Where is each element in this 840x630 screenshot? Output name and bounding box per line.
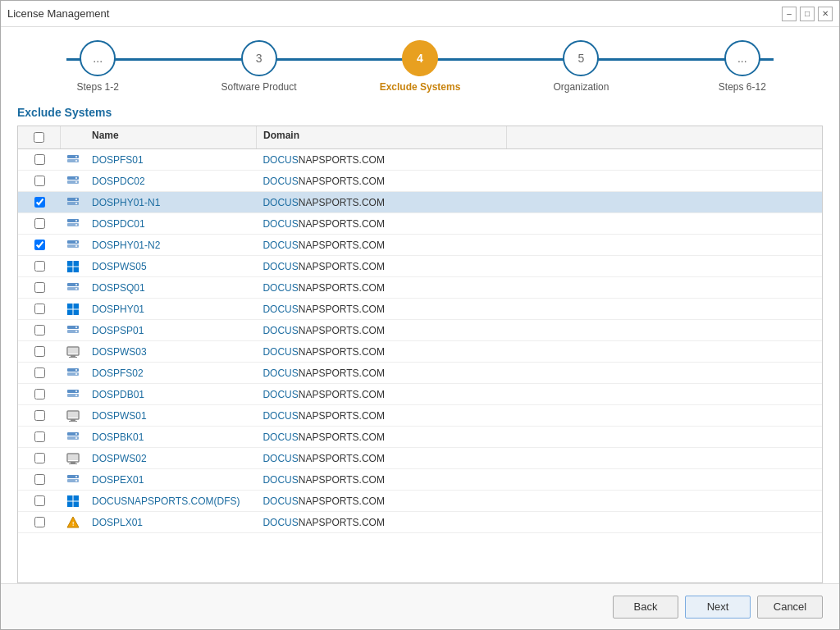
svg-point-18 xyxy=(75,241,77,243)
row-checkbox-container[interactable] xyxy=(18,389,61,399)
row-checkbox-container[interactable] xyxy=(18,431,61,442)
row-name: DOSPWS05 xyxy=(85,258,256,275)
table-row[interactable]: DOSPWS02 DOCUSNAPSPORTS.COM xyxy=(18,448,822,469)
svg-point-11 xyxy=(75,203,77,204)
step-organization[interactable]: 5 Organization xyxy=(500,40,661,93)
table-row[interactable]: DOSPBK01 DOCUSNAPSPORTS.COM xyxy=(18,427,822,448)
row-checkbox-container[interactable] xyxy=(18,474,61,485)
row-checkbox[interactable] xyxy=(34,176,45,186)
step-circle-1: ... xyxy=(80,40,116,76)
table-row[interactable]: DOSPFS01 DOCUSNAPSPORTS.COM xyxy=(18,149,822,171)
table-row[interactable]: DOSPSQ01 DOCUSNAPSPORTS.COM xyxy=(18,277,822,299)
row-checkbox[interactable] xyxy=(34,325,45,336)
row-checkbox-container[interactable] xyxy=(18,346,61,357)
row-checkbox-container[interactable] xyxy=(18,154,61,165)
svg-rect-29 xyxy=(74,304,80,309)
table-row[interactable]: DOSPHY01-N1 DOCUSNAPSPORTS.COM xyxy=(18,192,822,213)
table-row[interactable]: DOSPFS02 DOCUSNAPSPORTS.COM xyxy=(18,363,822,384)
step-circle-4: 5 xyxy=(563,40,599,76)
minimize-button[interactable]: – xyxy=(782,7,797,21)
row-checkbox-container[interactable] xyxy=(18,240,61,250)
table-row[interactable]: DOSPEX01 DOCUSNAPSPORTS.COM xyxy=(18,469,822,491)
row-checkbox[interactable] xyxy=(34,474,45,485)
svg-point-35 xyxy=(75,331,77,332)
row-checkbox[interactable] xyxy=(34,495,45,506)
svg-point-27 xyxy=(75,288,77,290)
row-checkbox-container[interactable] xyxy=(18,218,61,229)
row-checkbox[interactable] xyxy=(34,197,45,208)
row-checkbox-container[interactable] xyxy=(18,282,61,293)
row-checkbox[interactable] xyxy=(34,346,45,357)
row-domain: DOCUSNAPSPORTS.COM xyxy=(256,322,506,339)
row-checkbox-container[interactable] xyxy=(18,368,61,378)
row-checkbox-container[interactable] xyxy=(18,261,61,272)
row-icon xyxy=(61,303,85,316)
row-domain: DOCUSNAPSPORTS.COM xyxy=(256,173,506,189)
row-checkbox-container[interactable] xyxy=(18,410,61,421)
row-checkbox[interactable] xyxy=(34,261,45,272)
row-checkbox-container[interactable] xyxy=(18,197,61,208)
step-label-4: Organization xyxy=(553,81,609,93)
row-icon xyxy=(61,153,85,167)
svg-point-63 xyxy=(75,480,77,482)
table-row[interactable]: DOSPDC01 DOCUSNAPSPORTS.COM xyxy=(18,213,822,235)
row-checkbox-container[interactable] xyxy=(18,304,61,314)
row-checkbox[interactable] xyxy=(34,431,45,442)
svg-rect-21 xyxy=(74,261,80,267)
row-checkbox[interactable] xyxy=(34,368,45,378)
row-icon: ! xyxy=(61,516,85,529)
row-checkbox-container[interactable] xyxy=(18,517,61,527)
row-name: DOSPHY01-N2 xyxy=(85,237,256,253)
table-row[interactable]: DOSPHY01 DOCUSNAPSPORTS.COM xyxy=(18,299,822,320)
table-row[interactable]: DOSPDB01 DOCUSNAPSPORTS.COM xyxy=(18,384,822,405)
svg-rect-66 xyxy=(67,501,73,507)
row-checkbox[interactable] xyxy=(34,282,45,293)
table-row[interactable]: DOSPSP01 DOCUSNAPSPORTS.COM xyxy=(18,320,822,341)
row-name: DOSPHY01 xyxy=(85,301,256,317)
row-checkbox-container[interactable] xyxy=(18,453,61,463)
step-exclude-systems[interactable]: 4 Exclude Systems xyxy=(340,40,500,93)
row-domain: DOCUSNAPSPORTS.COM xyxy=(256,301,506,317)
row-checkbox-container[interactable] xyxy=(18,495,61,506)
row-checkbox[interactable] xyxy=(34,240,45,250)
row-domain: DOCUSNAPSPORTS.COM xyxy=(256,216,506,232)
row-icon xyxy=(61,473,85,486)
table-row[interactable]: DOSPWS01 DOCUSNAPSPORTS.COM xyxy=(18,405,822,427)
svg-rect-65 xyxy=(74,495,80,501)
window-title: License Management xyxy=(7,7,109,20)
table-row[interactable]: DOSPWS03 DOCUSNAPSPORTS.COM xyxy=(18,341,822,363)
svg-rect-58 xyxy=(69,463,77,464)
window-controls: – □ ✕ xyxy=(782,7,833,21)
row-checkbox[interactable] xyxy=(34,304,45,314)
table-row[interactable]: DOCUSNAPSPORTS.COM(DFS) DOCUSNAPSPORTS.C… xyxy=(18,491,822,512)
step-software-product[interactable]: 3 Software Product xyxy=(178,40,339,93)
step-steps-1-2[interactable]: ... Steps 1-2 xyxy=(17,40,178,93)
cancel-button[interactable]: Cancel xyxy=(757,596,823,619)
row-name: DOSPWS02 xyxy=(85,450,256,467)
row-checkbox[interactable] xyxy=(34,389,45,399)
back-button[interactable]: Back xyxy=(613,596,678,619)
row-checkbox[interactable] xyxy=(34,154,45,165)
row-icon xyxy=(61,409,85,422)
table-body[interactable]: DOSPFS01 DOCUSNAPSPORTS.COM DOSPDC02 DOC… xyxy=(18,149,822,582)
row-checkbox[interactable] xyxy=(34,410,45,421)
row-domain: DOCUSNAPSPORTS.COM xyxy=(256,386,506,403)
table-row[interactable]: DOSPHY01-N2 DOCUSNAPSPORTS.COM xyxy=(18,235,822,256)
svg-point-19 xyxy=(75,245,77,247)
row-name: DOSPWS01 xyxy=(85,408,256,424)
maximize-button[interactable]: □ xyxy=(800,7,815,21)
step-label-1: Steps 1-2 xyxy=(77,81,119,93)
row-checkbox[interactable] xyxy=(34,218,45,229)
svg-point-14 xyxy=(75,220,77,221)
table-row[interactable]: DOSPDC02 DOCUSNAPSPORTS.COM xyxy=(18,171,822,192)
table-row[interactable]: ! DOSPLX01 DOCUSNAPSPORTS.COM xyxy=(18,512,822,533)
row-checkbox[interactable] xyxy=(34,453,45,463)
table-row[interactable]: DOSPWS05 DOCUSNAPSPORTS.COM xyxy=(18,256,822,277)
close-button[interactable]: ✕ xyxy=(818,7,833,21)
select-all-checkbox[interactable] xyxy=(34,132,44,143)
next-button[interactable]: Next xyxy=(685,596,751,619)
row-checkbox-container[interactable] xyxy=(18,176,61,186)
step-steps-6-12[interactable]: ... Steps 6-12 xyxy=(662,40,823,93)
row-checkbox[interactable] xyxy=(34,517,45,527)
row-checkbox-container[interactable] xyxy=(18,325,61,336)
